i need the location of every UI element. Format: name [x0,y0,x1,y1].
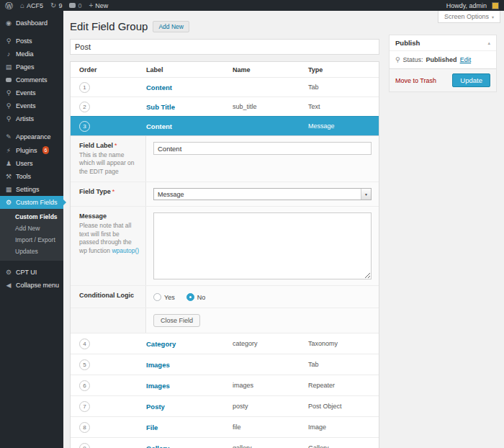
plugins-update-badge: 6 [42,146,50,154]
field-name: gallery [233,444,308,448]
field-label-link[interactable]: Posty [146,403,233,411]
sidebar-item-label: Comments [16,76,48,84]
field-label-link[interactable]: Category [146,340,233,348]
wordpress-logo-icon: Ⓦ [5,2,13,9]
sidebar-item-media[interactable]: ♪ Media [0,48,63,61]
sidebar-item-settings[interactable]: ▦ Settings [0,183,63,196]
field-type: Gallery [308,444,379,448]
field-order-handle[interactable]: 6 [79,380,90,391]
message-textarea[interactable] [153,212,372,279]
field-type: Text [308,103,379,110]
close-field-button[interactable]: Close Field [153,314,200,327]
sidebar-item-label: Posts [16,37,32,45]
sidebar-item-posts[interactable]: ⚲ Posts [0,35,63,48]
sidebar-item-users[interactable]: ♟ Users [0,157,63,170]
new-content-menu[interactable]: + New [89,2,108,9]
pushpin-icon: ⚲ [5,37,12,45]
radio-unchecked-icon[interactable] [153,293,161,301]
table-row: 1 Content Tab [71,77,379,97]
field-order-handle[interactable]: 3 [79,121,90,132]
field-order-handle[interactable]: 9 [79,443,90,448]
sidebar-item-label: Collapse menu [16,282,59,289]
sidebar-item-label: Plugins [16,147,37,154]
table-row: 8 File file Image [71,416,379,437]
yes-label: Yes [164,294,175,301]
collapse-toggle-icon[interactable]: ▴ [487,40,490,46]
field-label-link[interactable]: Images [146,361,233,369]
field-label-input[interactable] [153,142,372,155]
sidebar-item-label: Events [16,102,36,109]
sidebar-item-plugins[interactable]: ⚡ Plugins 6 [0,143,63,157]
field-order-handle[interactable]: 4 [79,339,90,349]
submenu-item-custom-fields[interactable]: Custom Fields [0,211,63,223]
sidebar-item-comments[interactable]: Comments [0,73,63,86]
radio-checked-icon[interactable] [186,293,194,301]
submenu-item-add-new[interactable]: Add New [0,223,63,234]
field-label-link[interactable]: Content [146,84,233,91]
site-name-menu[interactable]: ⌂ ACF5 [20,2,43,9]
field-label-link[interactable]: Sub Title [146,103,233,111]
wp-logo-menu[interactable]: Ⓦ [5,2,13,9]
field-type: Tab [308,84,379,91]
table-row: 5 Images Tab [71,354,379,375]
edit-status-link[interactable]: Edit [460,56,472,63]
field-label-link[interactable]: File [146,424,233,431]
field-group-title-input[interactable] [70,39,379,55]
avatar [492,2,499,9]
update-button[interactable]: Update [452,73,490,87]
sidebar-item-custom-fields[interactable]: ⚙ Custom Fields [0,196,63,209]
field-order-handle[interactable]: 5 [79,359,90,370]
conditional-logic-no-option[interactable]: No [186,293,206,301]
comments-menu[interactable]: 0 [69,2,81,9]
add-new-button[interactable]: Add New [153,21,189,32]
fields-table: Order Label Name Type 1 Content Tab 2 Su… [70,61,379,448]
sidebar-item-events[interactable]: ⚲ Events [0,86,63,99]
account-menu[interactable]: Howdy, admin [446,2,499,9]
conditional-logic-yes-option[interactable]: Yes [153,293,175,301]
screen-options-tab[interactable]: Screen Options ▾ [438,11,500,23]
admin-sidebar: ◉ Dashboard ⚲ Posts ♪ Media ▤ Pages Comm… [0,11,63,448]
sidebar-item-cpt-ui[interactable]: ⚙ CPT UI [0,266,63,279]
sidebar-item-collapse-menu[interactable]: ◀ Collapse menu [0,279,63,292]
move-to-trash-link[interactable]: Move to Trash [395,77,436,84]
table-row-active: 3 Content Message [71,116,379,135]
field-type: Repeater [308,382,379,389]
field-label-link[interactable]: Gallery [146,444,233,448]
screen-options-label: Screen Options [444,13,489,20]
field-type-setting-label: Field Type [79,188,111,195]
field-order-handle[interactable]: 2 [79,102,90,112]
gear-icon: ⚙ [5,269,12,276]
sidebar-item-label: Media [16,50,34,58]
sidebar-item-label: Dashboard [16,19,48,27]
field-label-link[interactable]: Images [146,382,233,390]
sidebar-item-label: Custom Fields [16,199,58,206]
sidebar-item-label: Tools [16,173,31,180]
pushpin-icon: ⚲ [5,102,12,109]
sidebar-item-tools[interactable]: ⚒ Tools [0,170,63,183]
sidebar-item-events-2[interactable]: ⚲ Events [0,99,63,112]
custom-fields-submenu: Custom Fields Add New Import / Export Up… [0,209,63,261]
wpautop-link[interactable]: wpautop() [112,247,139,254]
field-order-handle[interactable]: 8 [79,422,90,433]
status-label: Status: [403,56,423,63]
column-header-label: Label [146,66,233,73]
sidebar-item-artists[interactable]: ⚲ Artists [0,112,63,125]
field-order-handle[interactable]: 1 [79,82,90,93]
updates-menu[interactable]: ↻ 9 [50,2,62,9]
sidebar-item-pages[interactable]: ▤ Pages [0,61,63,73]
required-asterisk: * [114,142,117,149]
status-value: Published [426,56,457,63]
submenu-item-import-export[interactable]: Import / Export [0,234,63,246]
submenu-item-updates[interactable]: Updates [0,246,63,257]
field-type-select[interactable]: Message ▼ [153,188,372,200]
fields-table-header: Order Label Name Type [71,62,379,77]
home-icon: ⌂ [20,2,24,9]
field-label-link[interactable]: Content [146,122,233,130]
field-label-setting-label: Field Label [79,142,113,149]
select-dropdown-icon: ▼ [361,189,371,200]
collapse-arrow-icon: ◀ [5,282,12,289]
required-asterisk: * [112,188,115,195]
sidebar-item-dashboard[interactable]: ◉ Dashboard [0,17,63,30]
field-order-handle[interactable]: 7 [79,401,90,412]
sidebar-item-appearance[interactable]: ✎ Appearance [0,130,63,143]
